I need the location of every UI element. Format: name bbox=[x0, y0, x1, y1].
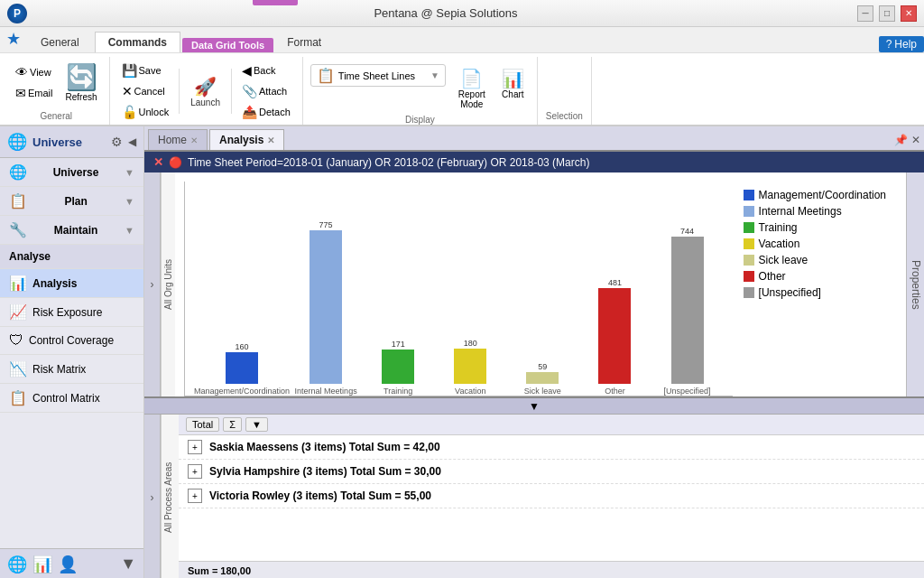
bar[interactable] bbox=[226, 352, 258, 384]
save-button[interactable]: 💾 Save bbox=[117, 61, 174, 80]
maintain-arrow-icon: ▼ bbox=[125, 225, 134, 236]
sidebar-item-control-coverage[interactable]: 🛡 Control Coverage bbox=[0, 327, 143, 355]
sidebar-item-risk-matrix[interactable]: 📉 Risk Matrix bbox=[0, 355, 143, 384]
tab-analysis-close[interactable]: ✕ bbox=[267, 135, 274, 145]
collapse-bar[interactable]: ▼ bbox=[144, 398, 924, 415]
sidebar-footer-btn3[interactable]: 👤 bbox=[58, 555, 78, 574]
tab-analysis[interactable]: Analysis ✕ bbox=[209, 129, 284, 150]
report-mode-button[interactable]: 📄 ReportMode bbox=[453, 64, 491, 113]
row-text: Victoria Rowley (3 items) Total Sum = 55… bbox=[209, 489, 431, 502]
bar-group: 481 Other bbox=[578, 278, 651, 396]
bar-value: 775 bbox=[319, 220, 333, 229]
sidebar-item-maintain[interactable]: 🔧 Maintain ▼ bbox=[0, 216, 143, 245]
cancel-button[interactable]: ✕ Cancel bbox=[117, 81, 174, 101]
tab-bar-close-icon[interactable]: ✕ bbox=[911, 134, 920, 146]
sheet-lines-dropdown[interactable]: 📋 Time Sheet Lines ▼ bbox=[310, 64, 446, 87]
launch-button[interactable]: 🚀 Launch bbox=[185, 72, 226, 111]
tab-home-close[interactable]: ✕ bbox=[190, 135, 198, 145]
chart-button[interactable]: 📊 Chart bbox=[496, 64, 530, 113]
plan-arrow-icon: ▼ bbox=[125, 196, 134, 207]
bar-value: 481 bbox=[608, 278, 622, 287]
unlock-icon: 🔓 bbox=[122, 105, 137, 119]
bar-group: 744 [Unspecified] bbox=[651, 227, 723, 396]
back-button[interactable]: ◀ Back bbox=[237, 61, 295, 80]
attach-icon: 📎 bbox=[242, 84, 257, 98]
sidebar-item-analysis[interactable]: 📊 Analysis bbox=[0, 269, 143, 298]
sidebar-item-risk-exposure[interactable]: 📈 Risk Exposure bbox=[0, 298, 143, 327]
tab-general[interactable]: General bbox=[27, 32, 93, 52]
bar-label: Other bbox=[605, 387, 625, 396]
minimize-button[interactable]: ─ bbox=[857, 5, 873, 22]
view-icon: 👁 bbox=[15, 65, 28, 79]
bar-value: 180 bbox=[464, 339, 477, 348]
expand-icon[interactable]: + bbox=[188, 464, 202, 479]
expand-icon[interactable]: + bbox=[188, 440, 202, 454]
refresh-button[interactable]: 🔄 Refresh bbox=[61, 61, 102, 104]
sidebar-header: 🌐 Universe ⚙ ◀ bbox=[0, 126, 143, 158]
legend-item: Internal Meetings bbox=[744, 205, 886, 218]
legend-item: Other bbox=[744, 270, 886, 283]
bar-group: 775 Internal Meetings bbox=[290, 220, 362, 396]
grid-nav-left[interactable]: › bbox=[144, 415, 161, 578]
bar[interactable] bbox=[310, 230, 342, 384]
bar[interactable] bbox=[671, 237, 704, 384]
sidebar-item-universe[interactable]: 🌐 Universe ▼ bbox=[0, 158, 143, 187]
sidebar-footer-btn2[interactable]: 📊 bbox=[32, 555, 52, 574]
sidebar-footer: 🌐 📊 👤 ▼ bbox=[0, 548, 143, 578]
sidebar: 🌐 Universe ⚙ ◀ 🌐 Universe ▼ 📋 Plan ▼ 🔧 M… bbox=[0, 126, 144, 578]
view-button[interactable]: 👁 View bbox=[11, 62, 58, 82]
maximize-button[interactable]: □ bbox=[879, 5, 895, 22]
chart-y-axis-label: All Org Units bbox=[161, 172, 175, 396]
filter-button[interactable]: ▼ bbox=[245, 417, 268, 432]
legend-color bbox=[744, 238, 754, 249]
close-button[interactable]: ✕ bbox=[901, 5, 917, 22]
table-row[interactable]: + Victoria Rowley (3 items) Total Sum = … bbox=[179, 484, 924, 508]
analysis-icon: 📊 bbox=[9, 275, 27, 292]
window-controls: ─ □ ✕ bbox=[857, 5, 917, 22]
legend-item: Vacation bbox=[744, 238, 886, 250]
attach-button[interactable]: 📎 Attach bbox=[237, 81, 295, 101]
tab-home[interactable]: Home ✕ bbox=[148, 129, 208, 150]
legend-item: [Unspecified] bbox=[744, 286, 886, 299]
sidebar-footer-arrow[interactable]: ▼ bbox=[120, 555, 136, 574]
refresh-icon: 🔄 bbox=[66, 62, 97, 92]
filter-remove-icon[interactable]: ✕ bbox=[153, 155, 163, 169]
legend-label: Sick leave bbox=[759, 254, 808, 266]
detach-button[interactable]: 📤 Detach bbox=[237, 102, 295, 122]
chart-canvas-area: 160 Management/Coordination 775 Internal… bbox=[184, 182, 897, 396]
app-icon[interactable]: ★ bbox=[6, 29, 21, 49]
bar[interactable] bbox=[598, 288, 631, 384]
unlock-button[interactable]: 🔓 Unlock bbox=[117, 102, 174, 122]
bar[interactable] bbox=[382, 350, 414, 384]
total-button[interactable]: Total bbox=[186, 417, 219, 432]
table-row[interactable]: + Sylvia Hampshire (3 items) Total Sum =… bbox=[179, 460, 924, 484]
tab-commands[interactable]: Commands bbox=[95, 32, 180, 52]
ribbon-group-general-label: General bbox=[40, 109, 72, 121]
bar-label: [Unspecified] bbox=[663, 387, 710, 396]
sum-button[interactable]: Σ bbox=[223, 417, 242, 432]
ribbon-tab-bar: ★ General Commands Data Grid Tools Forma… bbox=[0, 27, 924, 52]
ribbon-group-format: 💾 Save ✕ Cancel 🔓 Unlock 🚀 Launch bbox=[110, 57, 303, 125]
tab-data-grid-tools[interactable]: Data Grid Tools bbox=[182, 38, 273, 52]
sidebar-item-plan[interactable]: 📋 Plan ▼ bbox=[0, 187, 143, 216]
bar[interactable] bbox=[454, 349, 486, 384]
expand-icon[interactable]: + bbox=[188, 489, 202, 503]
properties-panel[interactable]: Properties bbox=[906, 172, 924, 396]
sidebar-collapse-icon[interactable]: ◀ bbox=[128, 135, 136, 148]
legend-label: [Unspecified] bbox=[759, 286, 821, 299]
ribbon-back-attach: ◀ Back 📎 Attach 📤 Detach bbox=[237, 61, 295, 122]
ribbon-group-display-label: Display bbox=[405, 113, 435, 125]
help-button[interactable]: ? Help bbox=[879, 36, 924, 52]
sidebar-footer-btn1[interactable]: 🌐 bbox=[7, 555, 27, 574]
analysis-panel: ✕ 🔴 Time Sheet Period=2018-01 (January) … bbox=[144, 152, 924, 578]
sidebar-settings-icon[interactable]: ⚙ bbox=[111, 135, 123, 149]
legend-color bbox=[744, 271, 754, 282]
tab-bar-pin-icon[interactable]: 📌 bbox=[894, 134, 908, 146]
tab-format[interactable]: Format bbox=[273, 32, 335, 52]
bar[interactable] bbox=[526, 372, 559, 384]
email-button[interactable]: ✉ Email bbox=[11, 83, 58, 103]
chart-nav-left[interactable]: › bbox=[144, 172, 161, 396]
table-row[interactable]: + Saskia Maessens (3 items) Total Sum = … bbox=[179, 435, 924, 460]
control-matrix-icon: 📋 bbox=[9, 389, 27, 406]
sidebar-item-control-matrix[interactable]: 📋 Control Matrix bbox=[0, 384, 143, 413]
